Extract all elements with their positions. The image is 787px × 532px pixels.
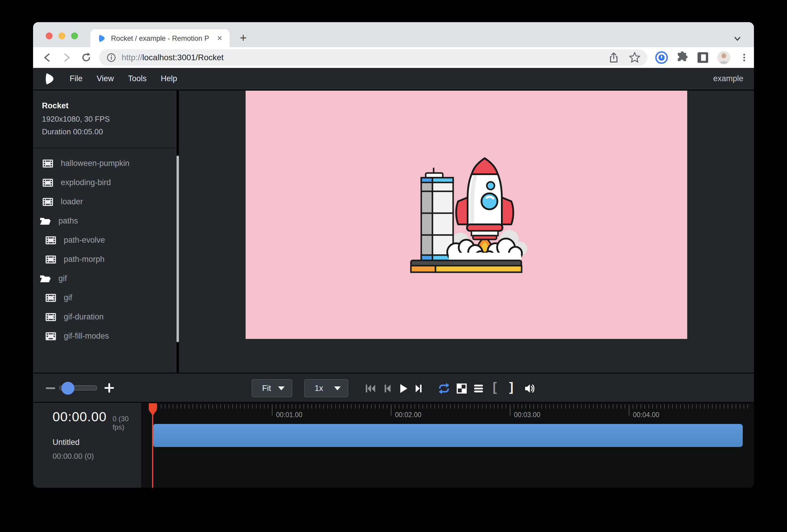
timeline-track-area[interactable]: 00:01.00 00:02.00 00:03.00 00:04.00 [141,403,754,488]
second-tick [629,404,630,416]
play-button[interactable] [397,382,410,395]
track-start-time: 00:00.00 (0) [52,452,141,461]
current-time-display: 00:00.00 [52,409,107,425]
onepassword-extension-icon[interactable] [655,51,668,64]
second-tick [272,404,273,416]
remotion-menu-bar: File View Tools Help example [33,68,754,91]
timeline-info-panel: 00:00.00 0 (30 fps) Untitled 00:00.00 (0… [33,403,141,488]
timeline-zoom-slider[interactable] [59,385,98,390]
browser-menu-icon[interactable] [738,52,750,63]
composition-duration: Duration 00:05.00 [42,127,168,136]
zoom-in-button[interactable] [103,382,115,394]
sidebar-item-loader[interactable]: loader [33,192,176,211]
chevron-down-icon [278,386,284,390]
size-dropdown[interactable]: Fit [252,379,292,397]
chevron-down-icon [334,386,341,390]
new-tab-button[interactable]: + [237,31,250,45]
sidebar-item-path-morph[interactable]: path-morph [33,250,176,269]
timeline-panel: 00:00.00 0 (30 fps) Untitled 00:00.00 (0… [33,403,754,488]
back-icon[interactable] [41,51,54,64]
ruler-label-3s: 00:03.00 [514,411,540,419]
sidebar-folder-gif[interactable]: gif [33,269,176,288]
composition-title: Rocket [42,101,168,110]
menu-file[interactable]: File [63,68,90,89]
bookmark-star-icon[interactable] [629,51,641,64]
menu-tools[interactable]: Tools [121,68,154,89]
sidebar-item-gif-fill-modes[interactable]: gif-fill-modes [33,326,176,346]
macos-maximize-button[interactable] [71,33,78,39]
timeline-clip[interactable] [153,424,743,447]
bundle-name-label: example [713,74,743,83]
zoom-out-button[interactable] [46,387,55,389]
tab-strip: Rocket / example - Remotion P × + [33,22,754,47]
main-area: Rocket 1920x1080, 30 FPS Duration 00:05.… [33,91,754,373]
url-text: http://localhost:3001/Rocket [122,53,608,62]
remotion-logo-icon[interactable] [44,72,54,85]
extension-square-icon[interactable] [696,51,709,64]
timeline-ruler[interactable] [153,404,750,409]
loop-toggle-button[interactable] [438,382,450,395]
url-scheme: http:// [122,53,142,62]
browser-toolbar: http://localhost:3001/Rocket [33,47,754,68]
tab-close-icon[interactable]: × [215,34,225,43]
sidebar-item-halloween-pumpkin[interactable]: halloween-pumpkin [33,154,176,173]
second-tick [510,404,510,416]
in-point-button[interactable]: [ [488,380,501,394]
profile-avatar[interactable] [717,51,731,64]
out-point-button[interactable]: ] [505,380,518,394]
traffic-lights [46,33,78,39]
film-icon [44,255,57,264]
transparency-checkerboard-button[interactable] [455,382,468,395]
tab-title: Rocket / example - Remotion P [111,34,215,43]
menu-help[interactable]: Help [154,68,185,89]
tab-search-chevron-icon[interactable] [731,33,743,45]
macos-minimize-button[interactable] [59,33,65,39]
sidebar-item-exploding-bird[interactable]: exploding-bird [33,173,176,192]
browser-tab[interactable]: Rocket / example - Remotion P × [90,29,230,47]
jump-to-start-button[interactable] [364,382,377,395]
site-info-icon[interactable] [106,52,116,63]
share-icon[interactable] [608,52,620,63]
forward-icon[interactable] [60,51,73,64]
sidebar-item-gif-duration[interactable]: gif-duration [33,307,176,326]
sidebar-folder-paths[interactable]: paths [33,211,176,231]
extensions-puzzle-icon[interactable] [676,51,689,64]
film-icon [44,294,57,302]
rocket-illustration [404,151,552,280]
composition-canvas [246,91,687,339]
playback-rate-value: 1x [315,384,323,393]
next-frame-button[interactable] [412,382,425,395]
timeline-rows-button[interactable] [472,382,485,395]
ruler-label-4s: 00:04.00 [633,411,659,419]
current-frame-display: 0 (30 fps) [112,415,141,431]
film-icon [44,313,57,321]
menu-view[interactable]: View [90,68,121,89]
composition-info: Rocket 1920x1080, 30 FPS Duration 00:05.… [33,91,176,149]
sidebar-item-path-evolve[interactable]: path-evolve [33,231,176,250]
sidebar-item-gif[interactable]: gif [33,288,176,307]
volume-button[interactable] [523,382,536,395]
macos-close-button[interactable] [46,33,52,39]
browser-window: Rocket / example - Remotion P × + http:/… [33,22,754,488]
sidebar-scrollbar[interactable] [176,155,179,342]
playback-rate-dropdown[interactable]: 1x [304,379,348,397]
previous-frame-button[interactable] [381,382,395,395]
film-icon [41,178,54,187]
remotion-favicon-icon [98,34,106,43]
ruler-label-2s: 00:02.00 [395,411,422,419]
film-icon [44,236,57,245]
playhead-line[interactable] [152,404,153,488]
url-host: localhost:3001/Rocket [142,53,224,62]
compositions-sidebar: Rocket 1920x1080, 30 FPS Duration 00:05.… [33,91,176,373]
composition-resolution: 1920x1080, 30 FPS [42,114,168,124]
zoom-slider-thumb[interactable] [61,382,75,395]
playhead-handle[interactable] [149,403,157,416]
address-bar[interactable]: http://localhost:3001/Rocket [99,49,647,66]
reload-icon[interactable] [80,51,93,64]
size-dropdown-value: Fit [262,384,271,393]
film-icon [44,332,57,341]
second-tick [391,404,391,416]
extensions-row [655,51,750,64]
film-icon [41,159,54,168]
open-folder-icon [39,274,52,283]
